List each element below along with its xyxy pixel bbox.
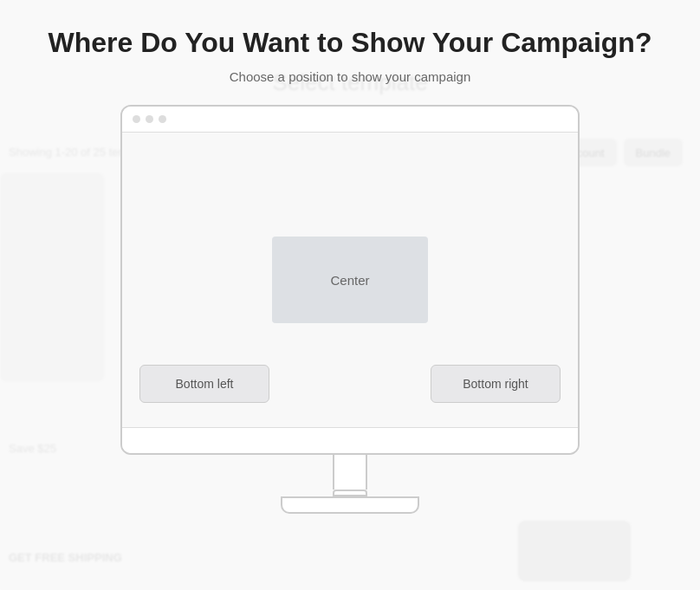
page-title: Where Do You Want to Show Your Campaign? bbox=[49, 26, 652, 59]
position-bottom-right[interactable]: Bottom right bbox=[431, 365, 561, 403]
monitor-content: Center Bottom left Bottom right bbox=[122, 133, 578, 427]
monitor-base bbox=[281, 496, 419, 514]
position-bottom-left[interactable]: Bottom left bbox=[139, 365, 269, 403]
monitor-container: Center Bottom left Bottom right bbox=[120, 105, 580, 514]
position-center[interactable]: Center bbox=[272, 237, 428, 323]
monitor-screen: Center Bottom left Bottom right bbox=[120, 105, 580, 455]
monitor-neck bbox=[333, 455, 367, 490]
monitor-dot-1 bbox=[133, 115, 140, 123]
monitor-topbar bbox=[122, 107, 578, 133]
monitor-base-top bbox=[333, 490, 367, 496]
monitor-bottombar bbox=[122, 427, 578, 453]
page-subtitle: Choose a position to show your campaign bbox=[230, 69, 471, 84]
monitor-dot-3 bbox=[159, 115, 166, 123]
modal-overlay: Where Do You Want to Show Your Campaign?… bbox=[0, 0, 700, 590]
monitor-dot-2 bbox=[146, 115, 153, 123]
